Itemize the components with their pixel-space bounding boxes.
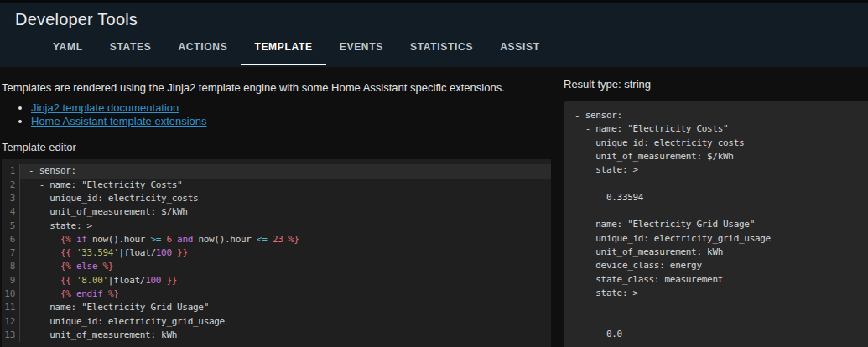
line-number: 13 [2, 329, 20, 342]
code-line-text: - sensor: [20, 164, 551, 178]
line-number: 4 [2, 205, 20, 219]
code-line-text: {% if now().hour >= 6 and now().hour <= … [20, 233, 551, 246]
app-header: Developer Tools YAMLSTATESACTIONSTEMPLAT… [0, 3, 868, 67]
line-number: 11 [2, 301, 20, 314]
result-panel: Result type: string - sensor: - name: "E… [551, 67, 868, 347]
code-line[interactable]: 2 - name: "Electricity Costs" [2, 179, 551, 192]
line-number: 1 [2, 164, 20, 178]
line-number: 2 [2, 179, 20, 192]
line-number: 5 [2, 220, 20, 233]
code-line[interactable]: 1- sensor: [2, 164, 551, 178]
code-line-text: {% endif %} [20, 287, 551, 301]
ha-extensions-link[interactable]: Home Assistant template extensions [31, 115, 207, 127]
result-card: - sensor: - name: "Electricity Costs" un… [564, 101, 868, 347]
template-intro-text: Templates are rendered using the Jinja2 … [2, 81, 551, 94]
code-line-text: state: > [20, 220, 551, 233]
page-title: Developer Tools [0, 3, 868, 29]
line-number: 6 [2, 233, 20, 246]
code-line-text: {{ '33.594'|float/100 }} [20, 246, 551, 260]
code-line[interactable]: 12 unique_id: electricity_grid_usage [2, 315, 551, 329]
tab-yaml[interactable]: YAML [39, 29, 96, 65]
code-line[interactable]: 6 {% if now().hour >= 6 and now().hour <… [2, 233, 551, 246]
documentation-links: Jinja2 template documentation Home Assis… [2, 101, 551, 128]
template-editor[interactable]: 1- sensor:2 - name: "Electricity Costs"3… [2, 159, 551, 347]
line-number: 10 [2, 287, 20, 301]
line-number: 12 [2, 315, 20, 329]
jinja2-docs-link[interactable]: Jinja2 template documentation [31, 101, 179, 114]
template-result-output: - sensor: - name: "Electricity Costs" un… [574, 109, 868, 341]
tab-assist[interactable]: ASSIST [486, 29, 554, 65]
code-line-text: - name: "Electricity Grid Usage" [20, 301, 551, 314]
line-number: 9 [2, 274, 20, 287]
code-line[interactable]: 9 {{ '8.00'|float/100 }} [2, 274, 551, 287]
code-line[interactable]: 13 unit_of_measurement: kWh [2, 329, 551, 342]
code-line[interactable]: 3 unique_id: electricity_costs [2, 192, 551, 205]
code-line-text: unique_id: electricity_grid_usage [20, 315, 551, 329]
tab-actions[interactable]: ACTIONS [164, 29, 241, 65]
code-line-text: unique_id: electricity_costs [20, 192, 551, 205]
tab-template[interactable]: TEMPLATE [241, 29, 325, 65]
template-editor-label: Template editor [2, 141, 551, 153]
list-item: Home Assistant template extensions [31, 115, 551, 128]
code-line[interactable]: 4 unit_of_measurement: $/kWh [2, 205, 551, 219]
tab-bar: YAMLSTATESACTIONSTEMPLATEEVENTSSTATISTIC… [39, 29, 868, 65]
code-line-text: - name: "Electricity Costs" [20, 179, 551, 192]
tab-statistics[interactable]: STATISTICS [397, 29, 486, 65]
code-line[interactable]: 7 {{ '33.594'|float/100 }} [2, 246, 551, 260]
line-number: 8 [2, 260, 20, 273]
code-line-text: unit_of_measurement: $/kWh [20, 205, 551, 219]
code-line-text: {% else %} [20, 260, 551, 273]
line-number: 7 [2, 246, 20, 260]
result-type-label: Result type: string [564, 78, 868, 91]
tab-states[interactable]: STATES [96, 29, 165, 65]
list-item: Jinja2 template documentation [31, 101, 551, 115]
code-line[interactable]: 11 - name: "Electricity Grid Usage" [2, 301, 551, 314]
code-line-text: unit_of_measurement: kWh [20, 329, 551, 342]
line-number: 3 [2, 192, 20, 205]
code-line[interactable]: 8 {% else %} [2, 260, 551, 273]
tab-events[interactable]: EVENTS [326, 29, 397, 65]
code-line[interactable]: 5 state: > [2, 220, 551, 233]
code-line-text: {{ '8.00'|float/100 }} [20, 274, 551, 287]
code-line[interactable]: 10 {% endif %} [2, 287, 551, 301]
template-panel: Templates are rendered using the Jinja2 … [0, 67, 551, 347]
main-content: Templates are rendered using the Jinja2 … [0, 67, 868, 347]
